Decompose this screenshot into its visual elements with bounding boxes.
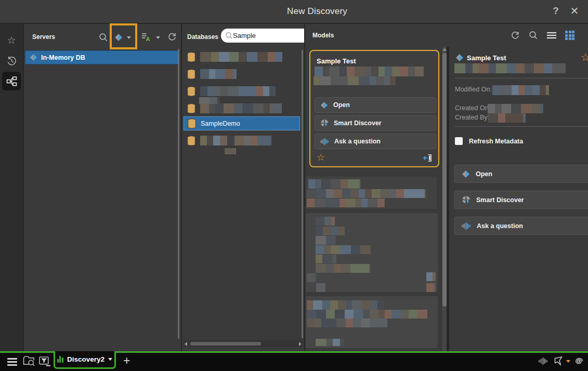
database-search-box[interactable] xyxy=(221,29,304,43)
database-name: SampleDemo xyxy=(201,120,240,127)
tree-icon xyxy=(6,76,17,87)
redacted-text xyxy=(307,310,427,319)
ask-question-button-label: Ask a question xyxy=(334,138,381,145)
scroll-up-arrow[interactable] xyxy=(442,48,447,51)
content-tree-tab[interactable] xyxy=(2,72,21,90)
server-type-filter-icon[interactable] xyxy=(114,33,123,42)
open-button[interactable]: Open xyxy=(315,97,436,113)
redacted-text xyxy=(307,198,385,207)
menu-icon[interactable] xyxy=(7,358,17,366)
server-type-caret-icon[interactable] xyxy=(127,36,131,39)
databases-title: Databases xyxy=(187,33,218,41)
favorites-tab[interactable]: ☆ xyxy=(2,31,21,49)
open-diamond-icon xyxy=(320,101,328,109)
database-row[interactable] xyxy=(184,84,303,98)
sort-caret-icon[interactable] xyxy=(156,36,160,39)
favorite-star-icon[interactable]: ☆ xyxy=(317,152,325,163)
scroll-right-arrow[interactable] xyxy=(299,342,302,346)
models-title: Models xyxy=(312,32,334,39)
tab-caret-icon xyxy=(108,358,112,361)
redacted-text xyxy=(426,272,436,281)
servers-scrollbar[interactable] xyxy=(178,49,179,339)
ask-a-question-button[interactable]: Ask a question xyxy=(454,217,588,235)
databases-horizontal-scrollbar xyxy=(183,340,303,347)
smart-discover-button[interactable]: Smart Discover xyxy=(454,191,588,209)
database-icon xyxy=(187,52,196,62)
smart-discover-button-label: Smart Discover xyxy=(476,196,524,204)
redacted-text xyxy=(307,319,387,327)
database-icon xyxy=(187,69,196,80)
scrollbar-thumb[interactable] xyxy=(190,342,261,346)
database-icon xyxy=(187,103,196,114)
redacted-text xyxy=(307,189,426,198)
database-search-input[interactable] xyxy=(233,32,294,39)
search-icon[interactable] xyxy=(99,33,108,42)
redacted-text xyxy=(316,236,335,245)
ask-question-icon[interactable] xyxy=(539,357,548,365)
scroll-left-arrow[interactable] xyxy=(185,342,187,346)
redacted-text xyxy=(200,52,282,62)
redacted-value xyxy=(492,85,549,95)
open-button-label: Open xyxy=(476,170,492,178)
open-button-label: Open xyxy=(333,101,350,109)
filter-panel-icon[interactable] xyxy=(39,356,51,366)
database-icon xyxy=(187,86,196,97)
help-icon[interactable]: ? xyxy=(550,5,561,17)
smart-discover-button-label: Smart Discover xyxy=(334,120,382,127)
spiral-icon[interactable] xyxy=(573,356,584,366)
database-row[interactable] xyxy=(184,67,303,81)
smart-discover-icon xyxy=(320,119,329,127)
search-icon[interactable] xyxy=(529,31,538,40)
redacted-text xyxy=(200,136,272,145)
smart-discover-button[interactable]: Smart Discover xyxy=(315,115,436,131)
database-icon xyxy=(187,136,196,146)
redacted-text xyxy=(307,273,317,282)
redacted-text xyxy=(316,245,371,254)
redacted-text xyxy=(316,264,371,273)
modified-on-label: Modified On: xyxy=(455,86,492,93)
refresh-icon[interactable] xyxy=(167,32,177,42)
annotation-highlight-box xyxy=(110,23,137,49)
databases-scrollbar[interactable] xyxy=(302,50,303,338)
close-icon[interactable]: ✕ xyxy=(568,5,581,17)
database-row[interactable] xyxy=(184,101,303,115)
refresh-metadata-checkbox[interactable] xyxy=(455,137,463,145)
database-row[interactable] xyxy=(184,134,303,148)
redacted-value xyxy=(488,113,526,123)
ask-a-question-button[interactable]: Ask a question xyxy=(315,134,436,149)
models-scrollbar xyxy=(441,47,447,351)
discovery-chart-icon xyxy=(57,356,63,363)
refresh-icon[interactable] xyxy=(511,31,520,40)
list-view-icon[interactable] xyxy=(547,32,556,39)
ask-question-icon xyxy=(320,138,329,145)
sort-alpha-icon[interactable]: A xyxy=(141,33,152,42)
ask-question-icon xyxy=(462,222,471,230)
redacted-text xyxy=(316,283,325,292)
pin-icon[interactable] xyxy=(553,356,564,366)
history-tab[interactable] xyxy=(2,51,21,70)
pin-options-caret-icon[interactable] xyxy=(566,360,570,363)
open-button[interactable]: Open xyxy=(454,165,588,183)
scrollbar-thumb[interactable] xyxy=(442,53,447,307)
redacted-text xyxy=(200,103,282,113)
exit-card-icon[interactable] xyxy=(423,154,432,162)
models-header: Models xyxy=(305,24,588,47)
favorite-star-icon[interactable]: ☆ xyxy=(581,51,588,63)
model-card-sample-test[interactable]: Sample Test Open Smart Discover Ask a q xyxy=(309,50,439,167)
search-icon xyxy=(225,32,233,39)
bottom-bar: Discovery2 + xyxy=(0,351,588,371)
titlebar: New Discovery ? ✕ xyxy=(0,0,588,23)
database-row[interactable] xyxy=(184,50,303,64)
new-tab-button[interactable]: + xyxy=(123,355,130,366)
smart-discover-icon xyxy=(462,195,471,204)
created-by-label: Created By: xyxy=(455,114,489,121)
redacted-text xyxy=(316,255,336,263)
grid-view-icon[interactable] xyxy=(565,31,574,40)
left-rail: ☆ xyxy=(0,24,23,351)
server-row-in-memory-db[interactable]: In-Memory DB xyxy=(25,50,179,64)
svg-text:A: A xyxy=(146,36,150,42)
database-row-sampledemo[interactable]: SampleDemo xyxy=(184,116,300,130)
server-diamond-icon xyxy=(30,54,37,61)
discovery-tab[interactable]: Discovery2 xyxy=(54,351,116,369)
content-explorer-icon[interactable] xyxy=(23,355,35,366)
